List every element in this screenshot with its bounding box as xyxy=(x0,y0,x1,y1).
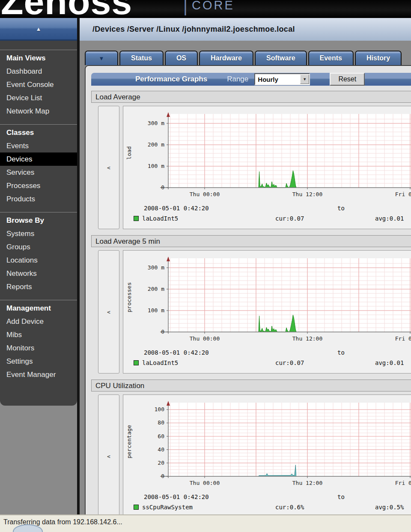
sidebar-item-dashboard[interactable]: Dashboard xyxy=(0,65,77,78)
sidebar-section-title: Management xyxy=(0,302,77,315)
sidebar-item-settings[interactable]: Settings xyxy=(0,355,77,368)
legend-current-value: cur:0.6% xyxy=(275,504,304,511)
performance-graphs-title: Performance Graphs xyxy=(135,75,207,84)
x-tick-label: Fri 00:00 xyxy=(395,335,411,342)
sidebar-item-reports[interactable]: Reports xyxy=(0,280,77,293)
graph-date-row: 2008-05-01 0:42:20to xyxy=(123,205,411,213)
graph-start-date: 2008-05-01 0:42:20 xyxy=(144,205,209,212)
range-select[interactable]: Hourly ▼ xyxy=(254,73,310,85)
graph-legend-row: ssCpuRawSystemcur:0.6%avg:0.5% xyxy=(123,504,411,513)
graph-section-title-load-average-5-min: Load Average 5 min xyxy=(91,235,411,247)
legend-series-name: laLoadInt5 xyxy=(142,215,178,222)
y-tick-label: 300 m xyxy=(148,120,164,126)
sidebar-item-systems[interactable]: Systems xyxy=(0,227,77,240)
tab-software[interactable]: Software xyxy=(255,51,307,65)
sidebar-section-main-views: Main ViewsDashboardEvent ConsoleDevice L… xyxy=(0,50,77,120)
zenoss-logo: Zenoss xyxy=(1,0,132,18)
sidebar-item-processes[interactable]: Processes xyxy=(0,179,77,192)
x-tick-label: Thu 00:00 xyxy=(190,335,220,342)
sidebar-collapse-button[interactable]: ▲ xyxy=(0,18,77,41)
legend-average-value: avg:0.01 xyxy=(375,215,404,222)
tab-hardware[interactable]: Hardware xyxy=(199,51,253,65)
graph-plot: 020406080100Thu 00:00Thu 12:00Fri 00:00p… xyxy=(123,395,411,493)
x-tick-label: Fri 00:00 xyxy=(395,191,411,197)
tab-os[interactable]: OS xyxy=(165,51,198,65)
zenoss-app: Zenoss | CORE ▲ /Devices /Server /Linux … xyxy=(0,0,411,532)
x-tick-label: Thu 12:00 xyxy=(292,335,322,342)
graph-plot: 0100 m200 m300 mThu 00:00Thu 12:00Fri 00… xyxy=(123,251,411,349)
legend-current-value: cur:0.07 xyxy=(275,215,304,222)
sidebar-item-device-list[interactable]: Device List xyxy=(0,91,77,105)
sidebar-item-mibs[interactable]: Mibs xyxy=(0,328,77,341)
dropdown-arrow-icon[interactable]: ▼ xyxy=(300,75,309,84)
y-tick-label: 200 m xyxy=(148,286,164,292)
tab-status[interactable]: Status xyxy=(119,51,164,65)
breadcrumb[interactable]: /Devices /Server /Linux /johnnymail2.joe… xyxy=(92,25,295,34)
logo-bar: Zenoss | CORE xyxy=(0,0,411,18)
sidebar-column: Main ViewsDashboardEvent ConsoleDevice L… xyxy=(0,41,77,532)
tab-events[interactable]: Events xyxy=(308,51,354,65)
y-tick-label: 100 xyxy=(155,406,164,412)
graph-plot: 0100 m200 m300 mThu 00:00Thu 12:00Fri 00… xyxy=(123,106,411,205)
graph-date-to-label: to xyxy=(337,205,345,212)
y-axis-label: processes xyxy=(126,282,132,312)
graphs-container: Load Average<0100 m200 m300 mThu 00:00Th… xyxy=(91,91,411,518)
tab-menu-arrow-icon: ▼ xyxy=(99,55,104,62)
graph-panel-load-average: 0100 m200 m300 mThu 00:00Thu 12:00Fri 00… xyxy=(123,106,411,229)
y-tick-label: 200 m xyxy=(148,141,164,148)
graph-collapse-button[interactable]: < xyxy=(98,250,119,374)
y-tick-label: 0 xyxy=(161,329,164,335)
graph-section-title-cpu-utilization: CPU Utilization xyxy=(91,380,411,392)
sidebar-item-network-map[interactable]: Network Map xyxy=(0,105,77,118)
x-tick-label: Thu 00:00 xyxy=(190,191,220,197)
graph-section-title-load-average: Load Average xyxy=(91,91,411,103)
x-tick-label: Thu 12:00 xyxy=(292,191,322,197)
collapse-up-icon: ▲ xyxy=(36,26,42,32)
range-label: Range xyxy=(227,75,248,84)
sidebar-section-title: Classes xyxy=(0,126,77,139)
sidebar-item-add-device[interactable]: Add Device xyxy=(0,315,77,328)
performance-graphs-toolbar: Performance Graphs Range Hourly ▼ Reset xyxy=(91,73,411,86)
sidebar-item-devices[interactable]: Devices xyxy=(0,152,77,166)
legend-swatch-icon xyxy=(134,216,139,221)
sidebar-item-event-console[interactable]: Event Console xyxy=(0,78,77,91)
y-tick-label: 100 m xyxy=(148,163,164,169)
graph-date-row: 2008-05-01 0:42:20to xyxy=(123,349,411,358)
y-axis-label: load xyxy=(126,146,132,159)
legend-swatch-icon xyxy=(134,505,139,510)
sidebar-item-locations[interactable]: Locations xyxy=(0,254,77,267)
sidebar-item-event-manager[interactable]: Event Manager xyxy=(0,368,77,381)
y-tick-label: 20 xyxy=(158,460,164,466)
graph-panel-cpu-utilization: 020406080100Thu 00:00Thu 12:00Fri 00:00p… xyxy=(123,395,411,518)
sidebar-item-products[interactable]: Products xyxy=(0,192,77,206)
tab-menu-button[interactable]: ▼ xyxy=(85,51,118,65)
y-tick-label: 80 xyxy=(158,419,164,426)
sidebar-section-browse-by: Browse BySystemsGroupsLocationsNetworksR… xyxy=(0,212,77,296)
range-selected-value: Hourly xyxy=(255,76,300,83)
logo-edition-core: CORE xyxy=(192,0,235,12)
sidebar-item-monitors[interactable]: Monitors xyxy=(0,341,77,355)
graph-date-row: 2008-05-01 0:42:20to xyxy=(123,493,411,502)
sidebar-item-events[interactable]: Events xyxy=(0,139,77,152)
graph-collapse-button[interactable]: < xyxy=(98,106,119,229)
tab-history[interactable]: History xyxy=(355,51,402,65)
sidebar-item-services[interactable]: Services xyxy=(0,166,77,179)
y-tick-label: 100 m xyxy=(148,307,164,314)
device-tab-bar: ▼StatusOSHardwareSoftwareEventsHistory xyxy=(85,51,411,65)
graph-legend-row: laLoadInt5cur:0.07avg:0.01 xyxy=(123,359,411,369)
legend-series-name: ssCpuRawSystem xyxy=(142,504,193,511)
reset-button[interactable]: Reset xyxy=(330,73,365,86)
legend-swatch-icon xyxy=(134,360,139,365)
graph-row: <0100 m200 m300 mThu 00:00Thu 12:00Fri 0… xyxy=(91,106,411,229)
y-tick-label: 40 xyxy=(158,446,164,453)
legend-average-value: avg:0.01 xyxy=(375,359,404,366)
y-tick-label: 60 xyxy=(158,433,164,439)
x-tick-label: Fri 00:00 xyxy=(395,480,411,486)
sidebar-item-networks[interactable]: Networks xyxy=(0,267,77,280)
y-tick-label: 0 xyxy=(161,184,164,191)
graph-start-date: 2008-05-01 0:42:20 xyxy=(144,493,209,500)
graph-collapse-button[interactable]: < xyxy=(98,395,119,518)
logo-separator: | xyxy=(183,0,188,16)
sidebar-item-groups[interactable]: Groups xyxy=(0,240,77,254)
legend-current-value: cur:0.07 xyxy=(275,359,304,366)
